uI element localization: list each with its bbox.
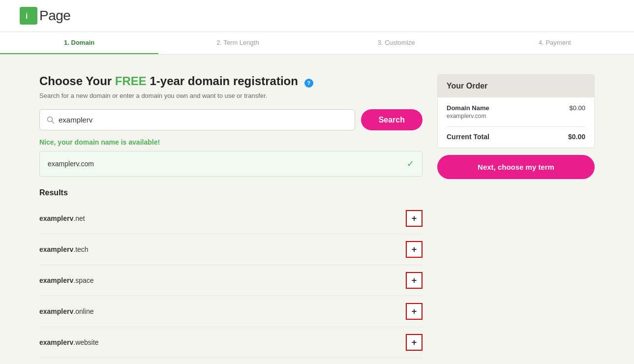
available-message: Nice, your domain name is available! bbox=[39, 138, 423, 146]
search-input[interactable] bbox=[59, 110, 348, 130]
logo-icon: i bbox=[20, 7, 37, 25]
order-header: Your Order bbox=[438, 75, 594, 97]
order-box: Your Order Domain Name examplerv.com $0.… bbox=[437, 74, 595, 148]
page-title: Choose Your FREE 1-year domain registrat… bbox=[39, 74, 423, 88]
result-item: examplerv.online + bbox=[39, 296, 423, 327]
result-domain-name: examplerv.tech bbox=[39, 245, 89, 253]
main-content: Choose Your FREE 1-year domain registrat… bbox=[0, 55, 634, 364]
svg-rect-0 bbox=[24, 10, 33, 21]
search-icon bbox=[47, 116, 55, 124]
search-row: Search bbox=[39, 109, 423, 130]
add-domain-button-online[interactable]: + bbox=[406, 303, 423, 320]
svg-line-3 bbox=[52, 121, 54, 123]
add-domain-button-tech[interactable]: + bbox=[406, 241, 423, 258]
order-domain-label: Domain Name bbox=[447, 104, 489, 112]
step-term[interactable]: 2. Term Length bbox=[158, 32, 317, 54]
info-icon[interactable]: ? bbox=[304, 79, 313, 88]
subtitle: Search for a new domain or enter a domai… bbox=[39, 92, 423, 99]
add-domain-button-website[interactable]: + bbox=[406, 334, 423, 351]
result-domain-name: examplerv.space bbox=[39, 276, 94, 284]
step-payment[interactable]: 4. Payment bbox=[476, 32, 634, 54]
result-item: examplerv.net + bbox=[39, 203, 423, 234]
available-domain-name: examplerv.com bbox=[48, 160, 94, 168]
step-domain[interactable]: 1. Domain bbox=[0, 32, 158, 54]
add-domain-button-space[interactable]: + bbox=[406, 272, 423, 289]
order-summary: Your Order Domain Name examplerv.com $0.… bbox=[437, 74, 595, 358]
order-total-label: Current Total bbox=[447, 133, 489, 141]
result-domain-name: examplerv.website bbox=[39, 338, 99, 346]
available-domain-row: examplerv.com ✓ bbox=[39, 151, 423, 177]
result-item: examplerv.website + bbox=[39, 327, 423, 358]
next-button[interactable]: Next, choose my term bbox=[437, 155, 595, 179]
order-domain-info: Domain Name examplerv.com bbox=[447, 104, 489, 120]
logo-text: Page bbox=[39, 8, 70, 24]
order-total-row: Current Total $0.00 bbox=[447, 126, 585, 141]
progress-bar: 1. Domain 2. Term Length 3. Customize 4.… bbox=[0, 32, 634, 55]
results-label: Results bbox=[39, 188, 423, 197]
search-input-wrapper bbox=[39, 109, 355, 130]
order-domain-value: examplerv.com bbox=[447, 113, 489, 120]
search-button[interactable]: Search bbox=[361, 109, 423, 130]
step-customize[interactable]: 3. Customize bbox=[317, 32, 476, 54]
order-body: Domain Name examplerv.com $0.00 Current … bbox=[438, 97, 594, 148]
check-icon: ✓ bbox=[407, 158, 414, 169]
result-domain-name: examplerv.online bbox=[39, 307, 94, 315]
logo: i Page bbox=[20, 7, 614, 25]
results-list: examplerv.net + examplerv.tech + example… bbox=[39, 203, 423, 358]
result-item: examplerv.tech + bbox=[39, 234, 423, 265]
order-domain-row: Domain Name examplerv.com $0.00 bbox=[447, 104, 585, 120]
content-left: Choose Your FREE 1-year domain registrat… bbox=[39, 74, 423, 358]
add-domain-button-net[interactable]: + bbox=[406, 210, 423, 227]
result-domain-name: examplerv.net bbox=[39, 214, 85, 222]
order-domain-price: $0.00 bbox=[569, 104, 585, 112]
order-total-price: $0.00 bbox=[568, 133, 585, 141]
header: i Page bbox=[0, 0, 634, 32]
svg-text:i: i bbox=[26, 12, 28, 20]
result-item: examplerv.space + bbox=[39, 265, 423, 296]
